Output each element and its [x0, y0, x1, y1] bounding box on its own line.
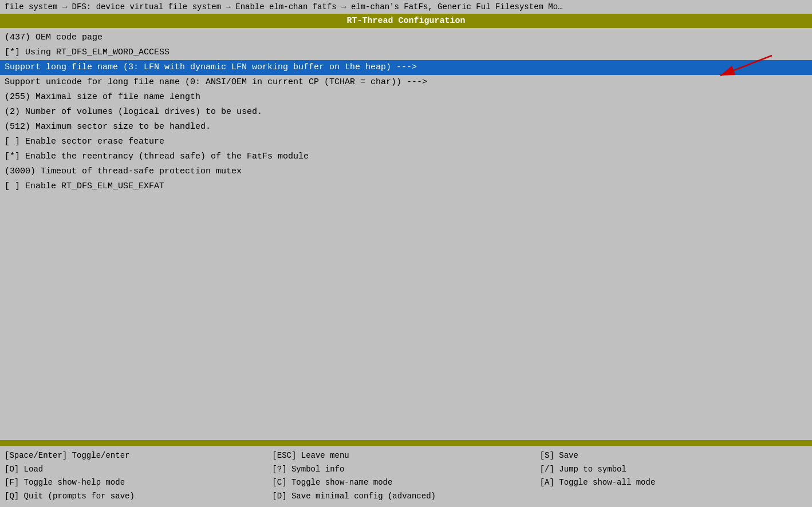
page-title: RT-Thread Configuration [0, 14, 812, 28]
config-line-word_access[interactable]: [*] Using RT_DFS_ELM_WORD_ACCESS [0, 45, 812, 60]
breadcrumb: file system → DFS: device virtual file s… [0, 0, 812, 14]
footer-shortcut: [Q] Quit (prompts for save) [5, 490, 272, 504]
footer-shortcut: [Space/Enter] Toggle/enter [5, 449, 272, 463]
config-line-maxsize[interactable]: (255) Maximal size of file name length [0, 90, 812, 105]
config-line-lfn_support[interactable]: Support long file name (3: LFN with dyna… [0, 60, 812, 75]
footer-shortcut: [F] Toggle show-help mode [5, 476, 272, 490]
config-line-exfat[interactable]: [ ] Enable RT_DFS_ELM_USE_EXFAT [0, 179, 812, 194]
footer-shortcut [540, 490, 807, 504]
config-line-unicode_support[interactable]: Support unicode for long file name (0: A… [0, 75, 812, 90]
config-line-timeout[interactable]: (3000) Timeout of thread-safe protection… [0, 164, 812, 179]
footer-shortcut: [S] Save [540, 449, 807, 463]
config-line-erase[interactable]: [ ] Enable sector erase feature [0, 134, 812, 149]
footer-shortcut: [D] Save minimal config (advanced) [272, 490, 539, 504]
footer-shortcut: [ESC] Leave menu [272, 449, 539, 463]
footer-shortcut: [/] Jump to symbol [540, 463, 807, 477]
footer-shortcut: [O] Load [5, 463, 272, 477]
config-line-reentrancy[interactable]: [*] Enable the reentrancy (thread safe) … [0, 149, 812, 164]
bottom-separator [0, 440, 812, 446]
footer-row: [Q] Quit (prompts for save)[D] Save mini… [5, 490, 807, 504]
footer-row: [Space/Enter] Toggle/enter[ESC] Leave me… [5, 449, 807, 463]
footer-row: [F] Toggle show-help mode[C] Toggle show… [5, 476, 807, 490]
footer-shortcut: [A] Toggle show-all mode [540, 476, 807, 490]
footer-shortcut: [?] Symbol info [272, 463, 539, 477]
config-line-volumes[interactable]: (2) Number of volumes (logical drives) t… [0, 105, 812, 120]
footer: [Space/Enter] Toggle/enter[ESC] Leave me… [0, 446, 812, 507]
config-line-sector_size[interactable]: (512) Maximum sector size to be handled. [0, 120, 812, 134]
config-area: (437) OEM code page[*] Using RT_DFS_ELM_… [0, 28, 812, 440]
footer-shortcut: [C] Toggle show-name mode [272, 476, 539, 490]
footer-row: [O] Load[?] Symbol info[/] Jump to symbo… [5, 463, 807, 477]
config-line-oem[interactable]: (437) OEM code page [0, 30, 812, 45]
